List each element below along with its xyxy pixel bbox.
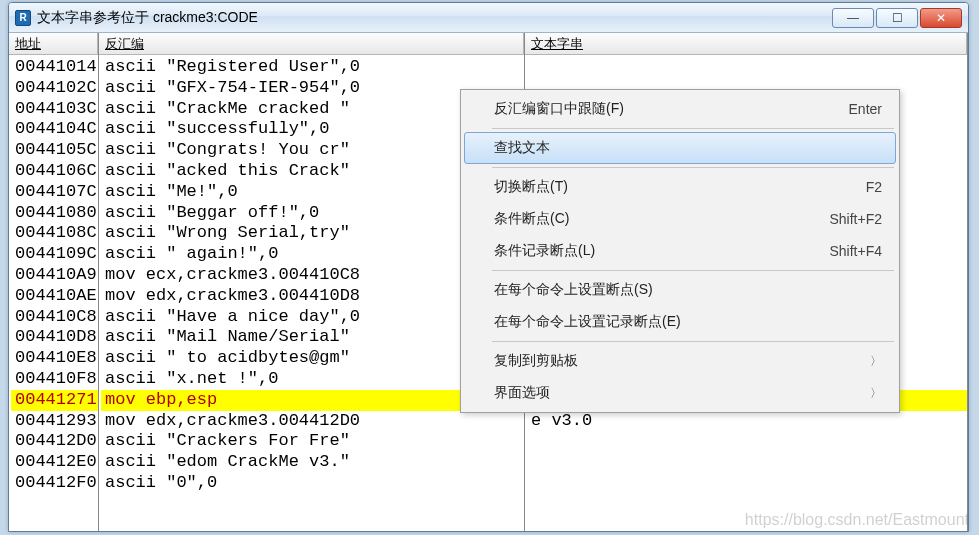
menu-separator: [492, 167, 894, 168]
menu-item-label: 界面选项: [494, 384, 550, 402]
close-button[interactable]: ✕: [920, 8, 962, 28]
menu-separator: [492, 341, 894, 342]
table-row[interactable]: 004412E0: [11, 452, 98, 473]
menu-item[interactable]: 复制到剪贴板〉: [464, 345, 896, 377]
header-disasm[interactable]: 反汇编: [99, 33, 524, 55]
table-row[interactable]: 004410A9: [11, 265, 98, 286]
menu-separator: [492, 128, 894, 129]
menu-item[interactable]: 条件断点(C)Shift+F2: [464, 203, 896, 235]
menu-separator: [492, 270, 894, 271]
context-menu: 反汇编窗口中跟随(F)Enter查找文本切换断点(T)F2条件断点(C)Shif…: [460, 89, 900, 413]
table-row[interactable]: ascii "Crackers For Fre": [101, 431, 524, 452]
table-row[interactable]: 0044105C: [11, 140, 98, 161]
menu-item-label: 在每个命令上设置记录断点(E): [494, 313, 681, 331]
window-controls: — ☐ ✕: [832, 8, 962, 28]
table-row[interactable]: 004410AE: [11, 286, 98, 307]
menu-item[interactable]: 切换断点(T)F2: [464, 171, 896, 203]
menu-shortcut: F2: [866, 179, 882, 195]
table-row[interactable]: ascii "edom CrackMe v3.": [101, 452, 524, 473]
header-text[interactable]: 文本字串: [525, 33, 967, 55]
menu-item[interactable]: 在每个命令上设置断点(S): [464, 274, 896, 306]
menu-item[interactable]: 在每个命令上设置记录断点(E): [464, 306, 896, 338]
table-row[interactable]: 004412F0: [11, 473, 98, 494]
menu-item[interactable]: 条件记录断点(L)Shift+F4: [464, 235, 896, 267]
watermark: https://blog.csdn.net/Eastmount: [745, 511, 969, 529]
menu-item[interactable]: 查找文本: [464, 132, 896, 164]
table-row[interactable]: 0044109C: [11, 244, 98, 265]
menu-item-label: 反汇编窗口中跟随(F): [494, 100, 624, 118]
table-row[interactable]: 00441014: [11, 57, 98, 78]
table-row[interactable]: 004410D8: [11, 327, 98, 348]
chevron-right-icon: 〉: [870, 353, 882, 370]
table-row[interactable]: 0044108C: [11, 223, 98, 244]
table-row[interactable]: mov edx,crackme3.004412D0: [101, 411, 524, 432]
table-row[interactable]: ascii "Registered User",0: [101, 57, 524, 78]
table-row[interactable]: 00441271: [11, 390, 98, 411]
menu-shortcut: Shift+F4: [829, 243, 882, 259]
menu-item[interactable]: 界面选项〉: [464, 377, 896, 409]
titlebar[interactable]: R 文本字串参考位于 crackme3:CODE — ☐ ✕: [9, 3, 968, 33]
window-title: 文本字串参考位于 crackme3:CODE: [37, 9, 258, 27]
menu-shortcut: Enter: [849, 101, 882, 117]
table-row[interactable]: [527, 57, 967, 78]
menu-item-label: 条件记录断点(L): [494, 242, 595, 260]
table-row[interactable]: 00441080: [11, 203, 98, 224]
menu-item-label: 切换断点(T): [494, 178, 568, 196]
maximize-button[interactable]: ☐: [876, 8, 918, 28]
menu-item-label: 查找文本: [494, 139, 550, 157]
address-rows[interactable]: 004410140044102C0044103C0044104C0044105C…: [9, 55, 98, 494]
table-row[interactable]: 0044104C: [11, 119, 98, 140]
table-row[interactable]: 004412D0: [11, 431, 98, 452]
table-row[interactable]: 0044107C: [11, 182, 98, 203]
header-address[interactable]: 地址: [9, 33, 98, 55]
table-row[interactable]: 0044102C: [11, 78, 98, 99]
menu-item-label: 复制到剪贴板: [494, 352, 578, 370]
table-row[interactable]: 0044106C: [11, 161, 98, 182]
table-row[interactable]: 004410E8: [11, 348, 98, 369]
table-row[interactable]: e v3.0: [527, 411, 967, 432]
table-row[interactable]: [527, 473, 967, 494]
table-row[interactable]: ascii "0",0: [101, 473, 524, 494]
app-icon: R: [15, 10, 31, 26]
chevron-right-icon: 〉: [870, 385, 882, 402]
table-row[interactable]: 004410F8: [11, 369, 98, 390]
table-row[interactable]: [527, 431, 967, 452]
table-row[interactable]: [527, 452, 967, 473]
column-address: 地址 004410140044102C0044103C0044104C00441…: [9, 33, 99, 531]
minimize-button[interactable]: —: [832, 8, 874, 28]
menu-item[interactable]: 反汇编窗口中跟随(F)Enter: [464, 93, 896, 125]
table-row[interactable]: 004410C8: [11, 307, 98, 328]
menu-item-label: 条件断点(C): [494, 210, 569, 228]
menu-item-label: 在每个命令上设置断点(S): [494, 281, 653, 299]
table-row[interactable]: 0044103C: [11, 99, 98, 120]
menu-shortcut: Shift+F2: [829, 211, 882, 227]
table-row[interactable]: 00441293: [11, 411, 98, 432]
